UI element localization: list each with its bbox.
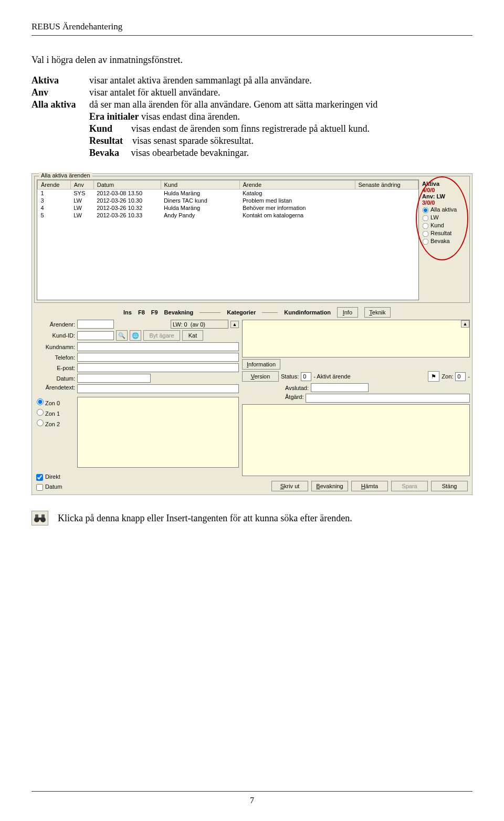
- col-anv[interactable]: Anv: [70, 181, 93, 190]
- kat-button[interactable]: Kat: [182, 330, 203, 341]
- kundnamn-input[interactable]: [77, 342, 239, 351]
- tb-kundinformation: Kundinformation: [284, 309, 331, 315]
- label-atgard: Åtgärd:: [285, 394, 303, 400]
- filter-anv-value: 3/0/0: [422, 199, 466, 206]
- label-status: Status:: [281, 373, 299, 380]
- term-allaaktiva: Alla aktiva: [32, 99, 89, 110]
- search-icon-button[interactable]: 🔍: [116, 330, 128, 341]
- radio-allaaktiva[interactable]: Alla aktiva: [422, 206, 466, 214]
- globe-icon-button[interactable]: 🌐: [130, 330, 141, 341]
- tb-bevakning: Bevakning: [164, 309, 194, 315]
- atgard-textarea[interactable]: [242, 404, 470, 476]
- label-kundid: Kund-ID:: [34, 332, 75, 339]
- hamta-button[interactable]: Hämta: [351, 481, 388, 491]
- table-row[interactable]: 5 LW 2012-03-26 10.33 Andy Pandy Kontakt…: [38, 212, 418, 219]
- filter-anv-label: Anv: LW: [422, 193, 466, 199]
- desc-kund: Kund visas endast de ärenden som finns r…: [89, 123, 472, 134]
- check-datum[interactable]: Datum: [34, 482, 239, 492]
- epost-input[interactable]: [77, 363, 239, 372]
- lw-count-field: [171, 320, 228, 329]
- col-kund[interactable]: Kund: [161, 181, 239, 190]
- label-epost: E-post:: [34, 365, 75, 371]
- filter-panel: Aktiva 4/0/0 Anv: LW 3/0/0 Alla aktiva L…: [421, 180, 467, 300]
- datum-input[interactable]: [77, 374, 151, 383]
- doc-header: REBUS Ärendehantering: [32, 22, 122, 31]
- radio-zon2[interactable]: Zon 2: [34, 418, 75, 428]
- status-input[interactable]: [301, 372, 311, 381]
- desc-era: Era initialer visas endast dina ärenden.: [89, 111, 472, 122]
- label-arendetext: Ärendetext:: [34, 384, 75, 391]
- table-row[interactable]: 1 SYS 2012-03-08 13.50 Hulda Maräng Kata…: [38, 190, 418, 197]
- col-arendetxt[interactable]: Ärende: [239, 181, 355, 190]
- kundid-input[interactable]: [77, 331, 114, 340]
- teknik-button[interactable]: Teknik: [364, 307, 391, 318]
- label-datum: Datum:: [34, 375, 75, 382]
- avslutad-input[interactable]: [311, 383, 369, 392]
- scroll-up-icon[interactable]: ▲: [461, 320, 469, 328]
- definitions-list: Aktiva visar antalet aktiva ärenden samm…: [32, 75, 472, 159]
- radio-bevaka[interactable]: Bevaka: [422, 237, 466, 245]
- col-arende[interactable]: Ärende: [38, 181, 71, 190]
- radio-kund[interactable]: Kund: [422, 222, 466, 229]
- svg-rect-4: [41, 514, 45, 518]
- skrivut-button[interactable]: Skriv ut: [271, 481, 308, 491]
- information-button[interactable]: Information: [242, 359, 280, 370]
- desc-anv: visar antalet för aktuell användare.: [89, 87, 472, 98]
- label-arendenr: Ärendenr:: [34, 321, 75, 328]
- page-number: 7: [250, 796, 254, 805]
- label-kundnamn: Kundnamn:: [34, 344, 75, 350]
- tb-f9: F9: [151, 309, 158, 315]
- errand-list[interactable]: Ärende Anv Datum Kund Ärende Senaste änd…: [37, 180, 419, 300]
- arendetext-textarea[interactable]: [77, 397, 239, 468]
- groupbox-legend: Alla aktiva ärenden: [39, 172, 92, 178]
- col-datum[interactable]: Datum: [93, 181, 161, 190]
- table-row[interactable]: 4 LW 2012-03-26 10.32 Hulda Maräng Behöv…: [38, 204, 418, 212]
- tb-kategorier: Kategorier: [227, 309, 256, 315]
- label-avslutad: Avslutad:: [285, 385, 309, 391]
- term-aktiva: Aktiva: [32, 75, 89, 86]
- binoc-text: Klicka på denna knapp eller Insert-tange…: [58, 513, 352, 524]
- check-direkt[interactable]: Direkt: [34, 472, 239, 482]
- tb-ins: Ins: [123, 309, 132, 315]
- toolbar: Ins F8 F9 Bevakning Kategorier Kundinfor…: [34, 306, 470, 320]
- atgard-input[interactable]: [306, 394, 470, 403]
- desc-resultat: Resultat visas senast sparade sökresulta…: [89, 135, 472, 146]
- filter-aktiva-label: Aktiva: [422, 181, 466, 187]
- desc-aktiva: visar antalet aktiva ärenden sammanlagt …: [89, 75, 472, 86]
- intro-text: Val i högra delen av inmatningsfönstret.: [32, 55, 472, 66]
- stang-button[interactable]: Stäng: [431, 481, 468, 491]
- label-zon: Zon:: [442, 373, 453, 380]
- radio-resultat[interactable]: Resultat: [422, 229, 466, 237]
- spara-button[interactable]: Spara: [391, 481, 428, 491]
- app-window: Alla aktiva ärenden Ärende Anv Datum Kun…: [32, 173, 472, 495]
- status-text: - Aktivt ärende: [313, 373, 350, 380]
- scroll-up-icon[interactable]: ▲: [230, 321, 239, 328]
- filter-aktiva-value: 4/0/0: [422, 187, 466, 193]
- svg-rect-2: [38, 518, 41, 520]
- term-anv: Anv: [32, 87, 89, 98]
- zon-input[interactable]: [455, 372, 466, 381]
- arendetext-input[interactable]: [77, 384, 239, 393]
- table-row[interactable]: 3 LW 2012-03-26 10.30 Diners TAC kund Pr…: [38, 197, 418, 204]
- binoculars-icon: [32, 511, 48, 525]
- kategorier-box[interactable]: ▲: [242, 320, 470, 357]
- tb-f8: F8: [138, 309, 145, 315]
- info-button[interactable]: Info: [337, 307, 358, 318]
- svg-rect-3: [35, 514, 38, 518]
- label-telefon: Telefon:: [34, 354, 75, 361]
- flag-icon[interactable]: ⚑: [428, 371, 439, 382]
- col-senaste[interactable]: Senaste ändring: [355, 181, 418, 190]
- bytagare-button[interactable]: Byt ägare: [143, 330, 180, 341]
- desc-allaaktiva: då ser man alla ärenden för alla använda…: [89, 99, 472, 110]
- radio-zon1[interactable]: Zon 1: [34, 407, 75, 418]
- radio-lw[interactable]: LW: [422, 214, 466, 222]
- version-button[interactable]: Version: [242, 371, 279, 382]
- arendenr-input[interactable]: [77, 320, 114, 329]
- desc-bevaka: Bevaka visas obearbetade bevakningar.: [89, 148, 472, 159]
- radio-zon0[interactable]: Zon 0: [34, 397, 75, 407]
- telefon-input[interactable]: [77, 353, 239, 362]
- zone-radios: Zon 0 Zon 1 Zon 2: [34, 397, 75, 428]
- bevakning-button[interactable]: Bevakning: [311, 481, 348, 491]
